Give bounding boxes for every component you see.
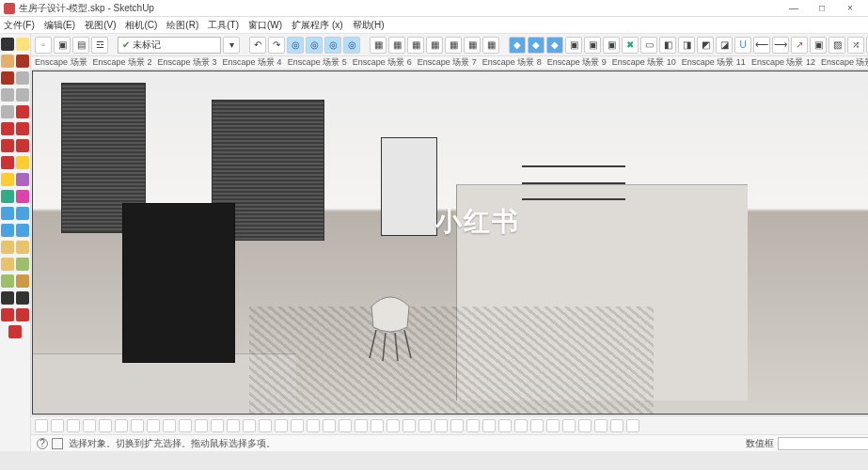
b-icon[interactable] [594, 419, 608, 432]
zoom-icon[interactable] [1, 224, 14, 237]
scene-tab[interactable]: Enscape 场景 [35, 56, 87, 69]
plugin1-icon[interactable] [1, 291, 14, 305]
open-button[interactable]: ▣ [54, 37, 71, 54]
b-icon[interactable] [131, 419, 144, 432]
b-icon[interactable] [578, 419, 592, 432]
b-icon[interactable] [610, 419, 623, 432]
line-icon[interactable] [16, 55, 29, 68]
new-button[interactable]: ▫ [35, 37, 52, 54]
style-5[interactable]: ◪ [716, 37, 733, 54]
b-icon[interactable] [307, 419, 320, 432]
menu-camera[interactable]: 相机(C) [125, 19, 157, 32]
b-icon[interactable] [434, 419, 448, 432]
section-icon[interactable] [16, 258, 29, 271]
b-icon[interactable] [147, 419, 160, 432]
help-icon-2[interactable] [52, 438, 63, 449]
eraser-icon[interactable] [16, 38, 29, 51]
b-icon[interactable] [243, 419, 256, 432]
render-3[interactable]: ◆ [546, 37, 563, 54]
rect-icon[interactable] [16, 71, 29, 85]
anim-1[interactable]: ▣ [810, 37, 827, 54]
pan-icon[interactable] [16, 207, 29, 220]
b-icon[interactable] [339, 419, 352, 432]
text-icon[interactable] [16, 173, 29, 186]
xray-button[interactable]: ✖ [622, 37, 639, 54]
b-icon[interactable] [323, 419, 336, 432]
move-icon[interactable] [16, 105, 29, 118]
back-button[interactable]: ▦ [445, 37, 462, 54]
b-icon[interactable] [291, 419, 304, 432]
scene-tab[interactable]: Enscape 场景 2 [93, 56, 152, 69]
plugin2-icon[interactable] [16, 291, 29, 305]
zoomext-icon[interactable] [16, 224, 29, 237]
b-icon[interactable] [371, 419, 384, 432]
outliner-icon[interactable] [1, 274, 14, 288]
b-icon[interactable] [259, 419, 272, 432]
b-icon[interactable] [163, 419, 176, 432]
scale-icon[interactable] [16, 139, 29, 152]
3dtext-icon[interactable] [16, 190, 29, 203]
right-button[interactable]: ▦ [426, 37, 443, 54]
u-button[interactable]: U [734, 37, 751, 54]
circle-icon[interactable] [1, 88, 14, 102]
style-3[interactable]: ◨ [678, 37, 695, 54]
b-icon[interactable] [51, 419, 64, 432]
left-button[interactable]: ▦ [464, 37, 481, 54]
b-icon[interactable] [498, 419, 512, 432]
export-button[interactable]: ↗ [791, 37, 808, 54]
prev-button[interactable]: ⟵ [753, 37, 770, 54]
scene-tab[interactable]: Enscape 场景 8 [482, 56, 542, 69]
style-2[interactable]: ◧ [659, 37, 676, 54]
scene-tab[interactable]: Enscape 场景 9 [547, 56, 607, 69]
ext-btn-2[interactable]: ◎ [306, 37, 323, 54]
rotate-icon[interactable] [16, 122, 29, 135]
render-5[interactable]: ▣ [584, 37, 601, 54]
arc-icon[interactable] [1, 105, 14, 118]
menu-edit[interactable]: 编辑(E) [44, 19, 75, 32]
b-icon[interactable] [275, 419, 288, 432]
scene-tab[interactable]: Enscape 场景 10 [612, 56, 676, 69]
scene-tab[interactable]: Enscape 场景 6 [353, 56, 412, 69]
scene-tab[interactable]: Enscape 场景 13 [821, 56, 868, 69]
menu-window[interactable]: 窗口(W) [248, 19, 282, 32]
b-icon[interactable] [530, 419, 544, 432]
b-icon[interactable] [387, 419, 400, 432]
close-button[interactable]: × [836, 3, 864, 13]
b-icon[interactable] [546, 419, 560, 432]
render-6[interactable]: ▣ [603, 37, 620, 54]
scene-tab[interactable]: Enscape 场景 7 [418, 56, 477, 69]
select-icon[interactable] [1, 38, 14, 51]
style-4[interactable]: ◩ [697, 37, 714, 54]
b-icon[interactable] [402, 419, 416, 432]
undo-button[interactable]: ↶ [249, 37, 266, 54]
menu-draw[interactable]: 绘图(R) [166, 19, 198, 32]
plugin5-icon[interactable] [8, 325, 22, 338]
b-icon[interactable] [67, 419, 80, 432]
layer-select[interactable]: ✔未标记 [118, 37, 221, 54]
front-button[interactable]: ▦ [407, 37, 424, 54]
print-button[interactable]: ☲ [91, 37, 108, 54]
scene-tab[interactable]: Enscape 场景 4 [223, 56, 282, 69]
axes-icon[interactable] [1, 190, 14, 203]
maximize-button[interactable]: □ [808, 3, 836, 13]
b-icon[interactable] [115, 419, 128, 432]
measure-input[interactable] [778, 437, 868, 450]
bottom-button[interactable]: ▦ [482, 37, 499, 54]
b-icon[interactable] [562, 419, 576, 432]
b-icon[interactable] [99, 419, 112, 432]
layers-icon[interactable] [16, 274, 29, 288]
anim-2[interactable]: ▨ [829, 37, 845, 54]
menu-tools[interactable]: 工具(T) [208, 19, 239, 32]
menu-view[interactable]: 视图(V) [85, 19, 116, 32]
scene-tab[interactable]: Enscape 场景 3 [158, 56, 217, 69]
look-icon[interactable] [16, 241, 29, 254]
help-icon[interactable]: ? [37, 438, 48, 449]
menu-extensions[interactable]: 扩展程序 (x) [292, 19, 342, 32]
ext-btn-4[interactable]: ◎ [343, 37, 360, 54]
pushpull-icon[interactable] [1, 122, 14, 135]
next-button[interactable]: ⟶ [772, 37, 789, 54]
save-button[interactable]: ▤ [72, 37, 89, 54]
minimize-button[interactable]: — [780, 3, 808, 13]
b-icon[interactable] [83, 419, 96, 432]
b-icon[interactable] [227, 419, 240, 432]
